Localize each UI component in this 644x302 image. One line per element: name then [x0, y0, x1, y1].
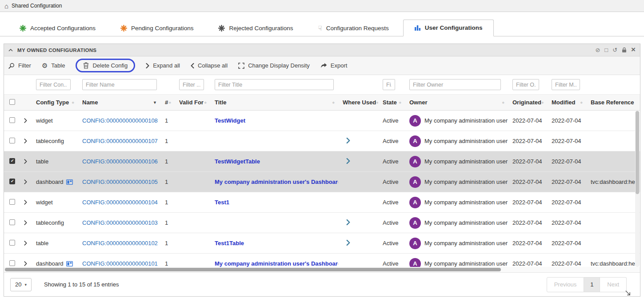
expand-row-chevron-icon[interactable]: [19, 179, 32, 184]
base-reference-cell: tvc:dashboard:heli: [586, 260, 640, 267]
export-button[interactable]: Export: [320, 62, 348, 69]
title-link[interactable]: Test1Table: [215, 240, 244, 246]
row-checkbox[interactable]: [9, 179, 15, 184]
table-button-label: Table: [51, 62, 65, 69]
filter-originated-input[interactable]: [512, 79, 539, 90]
expand-row-chevron-icon[interactable]: [19, 159, 32, 164]
filter-title-input[interactable]: [215, 79, 334, 90]
undo-icon[interactable]: ↺: [612, 47, 617, 53]
row-checkbox[interactable]: [9, 240, 15, 246]
row-checkbox[interactable]: [9, 117, 15, 123]
change-display-density-button[interactable]: Change Display Density: [238, 62, 310, 69]
title-link[interactable]: TestWidget: [215, 117, 245, 124]
panel-header: MY OWNED CONFIGURATIONS ⊘ □ ↺ ×: [4, 44, 640, 56]
tab-accepted-configurations[interactable]: Accepted Configurations: [9, 20, 106, 36]
select-all-checkbox[interactable]: [9, 99, 15, 105]
maximize-window-icon[interactable]: □: [604, 47, 608, 53]
title-link[interactable]: TestWidgetTable: [215, 158, 260, 165]
title-link[interactable]: My company administration user's Dashboa…: [215, 179, 338, 185]
tab-rejected-configurations[interactable]: Rejected Configurations: [208, 20, 304, 36]
resize-handle-icon[interactable]: [624, 290, 631, 296]
tab-configuration-requests[interactable]: ☟ Configuration Requests: [308, 20, 400, 36]
collapse-panel-icon[interactable]: [8, 49, 13, 52]
lock-icon[interactable]: [622, 47, 627, 53]
name-link[interactable]: CONFIG:0000000000000107: [82, 138, 158, 144]
chevron-left-icon: [191, 63, 194, 68]
filter-owner-input[interactable]: [409, 79, 501, 90]
owner-name: My company administration user: [424, 199, 508, 206]
state-cell: Active: [378, 240, 405, 246]
expand-row-chevron-icon[interactable]: [19, 241, 32, 246]
horizontal-scrollbar[interactable]: [4, 267, 640, 273]
page-1-button[interactable]: 1: [584, 277, 600, 292]
state-cell: Active: [378, 158, 405, 165]
column-header-modified[interactable]: Modified ◆: [547, 99, 586, 106]
owner-name: My company administration user: [424, 158, 508, 165]
column-header-title[interactable]: Title ◆: [210, 99, 338, 106]
expand-row-chevron-icon[interactable]: [19, 118, 32, 123]
column-header-name[interactable]: Name ▼: [78, 99, 160, 106]
title-link[interactable]: My company administration user's Dashboa…: [215, 260, 338, 267]
column-header-valid-for[interactable]: Valid For ◆: [175, 99, 210, 106]
expand-row-chevron-icon[interactable]: [19, 261, 32, 266]
where-used-chevron[interactable]: [343, 138, 350, 143]
state-cell: Active: [378, 199, 405, 206]
my-owned-configurations-panel: MY OWNED CONFIGURATIONS ⊘ □ ↺ × Filter ⚙…: [4, 44, 640, 297]
modified-cell: 2022-07-04: [547, 260, 586, 267]
row-checkbox[interactable]: [9, 219, 15, 225]
filter-name-input[interactable]: [82, 79, 157, 90]
column-header-originated[interactable]: Originated ◆: [508, 99, 547, 106]
where-used-chevron[interactable]: [343, 219, 350, 225]
name-link[interactable]: CONFIG:0000000000000101: [82, 260, 158, 267]
tab-pending-configurations[interactable]: Pending Configurations: [110, 20, 204, 36]
row-checkbox[interactable]: [9, 158, 15, 164]
where-used-chevron[interactable]: [343, 240, 350, 246]
next-page-button[interactable]: Next: [600, 277, 627, 292]
name-link[interactable]: CONFIG:0000000000000105: [82, 179, 158, 185]
filter-config-type-input[interactable]: [36, 79, 71, 90]
horizontal-scrollbar-thumb[interactable]: [5, 268, 501, 271]
name-link[interactable]: CONFIG:0000000000000108: [82, 117, 158, 124]
name-link[interactable]: CONFIG:0000000000000106: [82, 158, 158, 165]
column-header-state[interactable]: State ◆: [378, 99, 405, 106]
name-link[interactable]: CONFIG:0000000000000102: [82, 240, 158, 246]
avatar: A: [409, 217, 421, 229]
delete-config-button[interactable]: Delete Config: [83, 62, 128, 69]
page-size-select[interactable]: 20 ▾: [10, 278, 32, 291]
title-link[interactable]: Test1: [215, 199, 229, 206]
state-cell: Active: [378, 219, 405, 226]
column-header-config-type[interactable]: Config Type ◆: [32, 99, 78, 106]
column-header-base-reference[interactable]: Base Reference: [586, 99, 640, 106]
where-used-chevron[interactable]: [343, 158, 350, 164]
expand-all-button[interactable]: Expand all: [146, 62, 180, 69]
export-arrow-icon: [320, 63, 327, 68]
row-checkbox[interactable]: [9, 138, 15, 143]
filter-state-input[interactable]: [383, 79, 395, 90]
expand-row-chevron-icon[interactable]: [19, 200, 32, 205]
column-header-where-used[interactable]: Where Used ◆: [338, 99, 378, 106]
column-header-number[interactable]: # ◆: [160, 99, 175, 106]
tab-user-configurations[interactable]: User Configurations: [403, 20, 494, 36]
dashboard-icon: [66, 179, 73, 185]
pagination: Previous 1 Next: [547, 277, 627, 292]
collapse-all-button[interactable]: Collapse all: [191, 62, 228, 69]
expand-row-chevron-icon[interactable]: [19, 139, 32, 143]
previous-page-button[interactable]: Previous: [547, 277, 584, 292]
row-checkbox[interactable]: [9, 260, 15, 266]
filter-modified-input[interactable]: [552, 79, 580, 90]
filter-valid-for-input[interactable]: [179, 79, 204, 90]
disable-circle-icon[interactable]: ⊘: [595, 47, 600, 53]
vertical-scrollbar-thumb[interactable]: [636, 111, 639, 194]
expand-row-chevron-icon[interactable]: [19, 220, 32, 225]
vertical-scrollbar[interactable]: [635, 111, 640, 267]
home-icon[interactable]: ⌂: [4, 3, 8, 9]
showing-entries-text: Showing 1 to 15 of 15 entries: [44, 281, 119, 288]
column-header-owner[interactable]: Owner ◆: [405, 99, 508, 106]
close-icon[interactable]: ×: [631, 46, 636, 53]
table-settings-button[interactable]: ⚙ Table: [42, 62, 65, 69]
name-link[interactable]: CONFIG:0000000000000104: [82, 199, 158, 206]
name-link[interactable]: CONFIG:0000000000000103: [82, 219, 158, 226]
filter-button[interactable]: Filter: [8, 62, 31, 69]
row-checkbox[interactable]: [9, 199, 15, 205]
modified-cell: 2022-07-04: [547, 199, 586, 206]
